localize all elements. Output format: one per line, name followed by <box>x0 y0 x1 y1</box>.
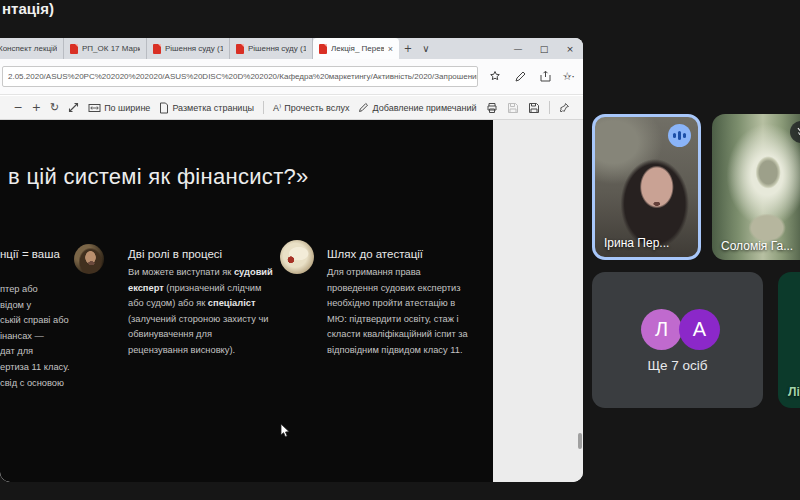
col1-line: ертиза 11 класу. <box>0 360 70 376</box>
browser-window: Конспект лекцій.pdf РП_ОК 17 Маркетинг_ … <box>0 38 583 482</box>
browser-tab-active[interactable]: Лекція_ Перевозо × <box>313 38 399 59</box>
overflow-participants-tile[interactable]: Л А Ще 7 осіб <box>592 272 763 408</box>
close-button[interactable]: × <box>557 38 583 59</box>
col1-line: свід с основою <box>0 376 70 392</box>
avatar: А <box>679 309 720 350</box>
pen-icon <box>358 102 369 113</box>
tab-list-button[interactable]: ∨ <box>417 38 435 59</box>
zoom-in-button[interactable]: + <box>32 101 41 114</box>
save-icon[interactable] <box>507 102 519 114</box>
toolbar-separator <box>549 101 550 114</box>
browser-tab-3[interactable]: Рішення суду (1).pdf <box>147 38 230 59</box>
slide-image-certificate-photo <box>280 240 314 274</box>
video-tile-green[interactable]: Лі <box>778 272 800 408</box>
url-field[interactable]: 2.05.2020/ASUS%20PC%202020%202020/ASUS%2… <box>2 66 478 87</box>
slide-title: в цій системі як фінансист?» <box>8 164 309 190</box>
col2-text: (залучений стороною захисту чи обвинувач… <box>128 314 268 355</box>
slide-col1-heading: нції = ваша <box>0 248 60 260</box>
read-aloud-button[interactable]: A⁾ Прочесть вслух <box>273 103 349 113</box>
slide-col3-heading: Шлях до атестації <box>327 248 423 260</box>
fit-page-icon[interactable] <box>68 102 79 113</box>
pin-toolbar-icon[interactable] <box>559 102 570 113</box>
window-controls: — □ × <box>505 38 583 59</box>
address-bar-row: 2.05.2020/ASUS%20PC%202020%202020/ASUS%2… <box>0 59 583 95</box>
fit-width-label: По ширине <box>104 103 150 113</box>
speaking-indicator-icon <box>668 124 691 147</box>
toolbar-separator <box>263 101 264 114</box>
maximize-button[interactable]: □ <box>531 38 557 59</box>
tab-label: Рішення суду (1).pdf <box>165 44 223 53</box>
slide-col1-body: птер або відом у ській справі або інанса… <box>0 282 70 391</box>
fit-width-icon <box>88 103 101 113</box>
rotate-button[interactable]: ↻ <box>50 101 59 114</box>
mouse-cursor <box>280 423 291 438</box>
add-annotations-label: Добавление примечаний <box>372 103 476 113</box>
read-aloud-label: Прочесть вслух <box>284 103 349 113</box>
add-annotations-button[interactable]: Добавление примечаний <box>358 102 476 113</box>
video-tile-solomiya[interactable]: Соломія Га... <box>712 114 800 260</box>
fit-width-button[interactable]: По ширине <box>88 103 150 113</box>
tab-label: РП_ОК 17 Маркетинг_ <box>82 44 140 53</box>
new-tab-button[interactable]: + <box>399 38 417 59</box>
zoom-out-button[interactable]: − <box>13 101 22 114</box>
col2-text: Ви можете виступати як <box>128 267 234 277</box>
tab-close-icon[interactable]: × <box>388 44 393 54</box>
col1-line: відом у <box>0 298 70 314</box>
slide-image-expert-photo <box>74 244 104 274</box>
save-as-icon[interactable] <box>528 102 540 114</box>
meeting-title: нтація) <box>2 0 54 17</box>
pdf-file-icon <box>153 44 161 54</box>
video-tile-irina[interactable]: Ірина Пер... <box>592 114 701 260</box>
participant-name: Лі <box>788 385 800 399</box>
browser-tab-4[interactable]: Рішення суду (1).pdf <box>230 38 313 59</box>
annotate-pen-icon[interactable] <box>514 70 527 83</box>
tab-label: Конспект лекцій.pdf <box>0 44 57 53</box>
print-icon[interactable] <box>486 102 498 114</box>
participant-name: Ірина Пер... <box>604 236 669 250</box>
favorites-icon[interactable] <box>489 70 502 83</box>
pdf-viewer: в цій системі як фінансист?» нції = ваша… <box>0 120 583 482</box>
col1-line: ській справі або <box>0 313 70 329</box>
read-aloud-icon: A⁾ <box>273 103 281 113</box>
tab-label: Лекція_ Перевозо <box>331 44 384 53</box>
pdf-file-icon <box>236 44 244 54</box>
tab-label: Рішення суду (1).pdf <box>248 44 306 53</box>
pdf-file-icon <box>319 44 327 54</box>
col1-line: інансах — <box>0 329 70 345</box>
col1-line: дат для <box>0 344 70 360</box>
viewer-scrollbar[interactable] <box>578 433 582 449</box>
tab-strip: Конспект лекцій.pdf РП_ОК 17 Маркетинг_ … <box>0 38 583 59</box>
browser-tab-2[interactable]: РП_ОК 17 Маркетинг_ <box>64 38 147 59</box>
more-participants-label: Ще 7 осіб <box>592 358 763 373</box>
col1-line: птер або <box>0 282 70 298</box>
slide-page: в цій системі як фінансист?» нції = ваша… <box>0 120 493 482</box>
page-layout-icon <box>159 102 169 114</box>
pdf-toolbar: − + ↻ По ширине Разметка страницы A⁾ Про… <box>0 96 583 120</box>
slide-col3-body: Для отримання права проведення судових е… <box>327 265 468 359</box>
page-layout-button[interactable]: Разметка страницы <box>159 102 254 114</box>
participant-name: Соломія Га... <box>721 239 793 253</box>
share-icon[interactable] <box>539 70 552 83</box>
slide-col2-body: Ви можете виступати як судовий експерт (… <box>128 265 274 359</box>
slide-col2-heading: Дві ролі в процесі <box>128 248 222 260</box>
minimize-button[interactable]: — <box>505 38 531 59</box>
col2-bold-text: спеціаліст <box>208 298 256 308</box>
more-menu-icon[interactable]: ⋯ <box>564 70 575 83</box>
avatar: Л <box>641 309 682 350</box>
muted-mic-icon <box>790 121 800 143</box>
pdf-file-icon <box>70 44 78 54</box>
avatar-group: Л А <box>641 309 720 350</box>
browser-tab-1[interactable]: Конспект лекцій.pdf <box>0 38 64 59</box>
page-layout-label: Разметка страницы <box>172 103 254 113</box>
